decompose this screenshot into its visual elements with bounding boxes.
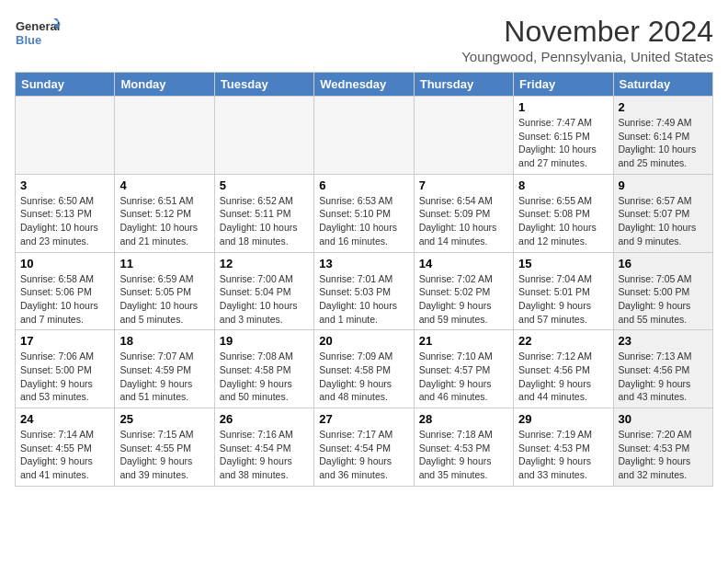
day-cell: 29Sunrise: 7:19 AM Sunset: 4:53 PM Dayli… <box>514 408 613 487</box>
day-cell: 3Sunrise: 6:50 AM Sunset: 5:13 PM Daylig… <box>16 174 115 252</box>
weekday-header: Thursday <box>414 73 513 97</box>
day-number: 16 <box>619 257 708 270</box>
empty-cell <box>214 97 313 175</box>
logo-svg: General Blue <box>15 15 61 55</box>
day-cell: 19Sunrise: 7:08 AM Sunset: 4:58 PM Dayli… <box>214 330 313 408</box>
day-cell: 20Sunrise: 7:09 AM Sunset: 4:58 PM Dayli… <box>314 330 414 408</box>
day-number: 11 <box>119 257 209 270</box>
day-cell: 4Sunrise: 6:51 AM Sunset: 5:12 PM Daylig… <box>115 174 214 252</box>
day-cell: 12Sunrise: 7:00 AM Sunset: 5:04 PM Dayli… <box>214 252 313 330</box>
day-number: 12 <box>220 257 309 270</box>
day-cell: 22Sunrise: 7:12 AM Sunset: 4:56 PM Dayli… <box>514 330 613 408</box>
weekday-header: Wednesday <box>314 73 414 97</box>
day-number: 5 <box>220 178 309 192</box>
day-cell: 5Sunrise: 6:52 AM Sunset: 5:11 PM Daylig… <box>214 174 313 252</box>
day-info: Sunrise: 6:57 AM Sunset: 5:07 PM Dayligh… <box>619 194 708 248</box>
day-number: 24 <box>20 412 109 426</box>
day-info: Sunrise: 7:15 AM Sunset: 4:55 PM Dayligh… <box>119 428 209 482</box>
day-number: 30 <box>619 412 708 426</box>
day-cell: 1Sunrise: 7:47 AM Sunset: 6:15 PM Daylig… <box>514 97 613 175</box>
day-info: Sunrise: 6:58 AM Sunset: 5:06 PM Dayligh… <box>20 272 109 327</box>
day-cell: 27Sunrise: 7:17 AM Sunset: 4:54 PM Dayli… <box>314 408 414 487</box>
day-cell: 24Sunrise: 7:14 AM Sunset: 4:55 PM Dayli… <box>16 408 115 487</box>
day-cell: 8Sunrise: 6:55 AM Sunset: 5:08 PM Daylig… <box>514 174 613 252</box>
day-number: 8 <box>518 178 608 192</box>
day-number: 14 <box>419 257 508 270</box>
day-number: 28 <box>419 412 508 426</box>
day-info: Sunrise: 6:59 AM Sunset: 5:05 PM Dayligh… <box>119 272 209 327</box>
day-info: Sunrise: 7:14 AM Sunset: 4:55 PM Dayligh… <box>20 428 109 482</box>
weekday-header: Monday <box>115 73 214 97</box>
day-cell: 16Sunrise: 7:05 AM Sunset: 5:00 PM Dayli… <box>613 252 712 330</box>
day-info: Sunrise: 6:53 AM Sunset: 5:10 PM Dayligh… <box>319 194 408 248</box>
day-cell: 14Sunrise: 7:02 AM Sunset: 5:02 PM Dayli… <box>414 252 513 330</box>
weekday-header: Saturday <box>613 73 712 97</box>
calendar: SundayMondayTuesdayWednesdayThursdayFrid… <box>15 72 713 487</box>
day-cell: 9Sunrise: 6:57 AM Sunset: 5:07 PM Daylig… <box>613 174 712 252</box>
day-info: Sunrise: 7:09 AM Sunset: 4:58 PM Dayligh… <box>319 350 408 404</box>
day-info: Sunrise: 7:06 AM Sunset: 5:00 PM Dayligh… <box>20 350 109 404</box>
location-subtitle: Youngwood, Pennsylvania, United States <box>461 49 713 64</box>
day-info: Sunrise: 7:04 AM Sunset: 5:01 PM Dayligh… <box>518 272 608 327</box>
day-number: 17 <box>20 334 109 348</box>
day-cell: 17Sunrise: 7:06 AM Sunset: 5:00 PM Dayli… <box>16 330 115 408</box>
empty-cell <box>115 97 214 175</box>
day-info: Sunrise: 7:49 AM Sunset: 6:14 PM Dayligh… <box>619 116 708 170</box>
day-cell: 2Sunrise: 7:49 AM Sunset: 6:14 PM Daylig… <box>613 97 712 175</box>
header: General Blue November 2024 Youngwood, Pe… <box>15 15 713 64</box>
day-number: 26 <box>220 412 309 426</box>
day-number: 20 <box>319 334 408 348</box>
weekday-header: Sunday <box>16 73 115 97</box>
day-number: 3 <box>20 178 109 192</box>
day-info: Sunrise: 7:12 AM Sunset: 4:56 PM Dayligh… <box>518 350 608 404</box>
day-number: 1 <box>518 100 608 114</box>
day-cell: 26Sunrise: 7:16 AM Sunset: 4:54 PM Dayli… <box>214 408 313 487</box>
logo: General Blue <box>15 15 61 55</box>
day-info: Sunrise: 7:20 AM Sunset: 4:53 PM Dayligh… <box>619 428 708 482</box>
day-cell: 21Sunrise: 7:10 AM Sunset: 4:57 PM Dayli… <box>414 330 513 408</box>
day-info: Sunrise: 6:52 AM Sunset: 5:11 PM Dayligh… <box>220 194 309 248</box>
day-info: Sunrise: 7:13 AM Sunset: 4:56 PM Dayligh… <box>619 350 708 404</box>
day-number: 6 <box>319 178 408 192</box>
day-number: 21 <box>419 334 508 348</box>
day-cell: 18Sunrise: 7:07 AM Sunset: 4:59 PM Dayli… <box>115 330 214 408</box>
month-title: November 2024 <box>461 15 713 49</box>
day-number: 2 <box>619 100 708 114</box>
svg-text:Blue: Blue <box>16 33 41 47</box>
day-cell: 7Sunrise: 6:54 AM Sunset: 5:09 PM Daylig… <box>414 174 513 252</box>
empty-cell <box>16 97 115 175</box>
day-info: Sunrise: 6:55 AM Sunset: 5:08 PM Dayligh… <box>518 194 608 248</box>
day-number: 25 <box>119 412 209 426</box>
day-info: Sunrise: 7:17 AM Sunset: 4:54 PM Dayligh… <box>319 428 408 482</box>
day-info: Sunrise: 7:05 AM Sunset: 5:00 PM Dayligh… <box>619 272 708 327</box>
day-number: 15 <box>518 257 608 270</box>
day-info: Sunrise: 6:50 AM Sunset: 5:13 PM Dayligh… <box>20 194 109 248</box>
day-cell: 6Sunrise: 6:53 AM Sunset: 5:10 PM Daylig… <box>314 174 414 252</box>
day-info: Sunrise: 7:07 AM Sunset: 4:59 PM Dayligh… <box>119 350 209 404</box>
day-number: 18 <box>119 334 209 348</box>
day-number: 19 <box>220 334 309 348</box>
weekday-header: Friday <box>514 73 613 97</box>
day-info: Sunrise: 7:16 AM Sunset: 4:54 PM Dayligh… <box>220 428 309 482</box>
title-area: November 2024 Youngwood, Pennsylvania, U… <box>461 15 713 64</box>
day-cell: 13Sunrise: 7:01 AM Sunset: 5:03 PM Dayli… <box>314 252 414 330</box>
empty-cell <box>414 97 513 175</box>
weekday-header: Tuesday <box>214 73 313 97</box>
day-number: 13 <box>319 257 408 270</box>
day-info: Sunrise: 7:10 AM Sunset: 4:57 PM Dayligh… <box>419 350 508 404</box>
day-cell: 15Sunrise: 7:04 AM Sunset: 5:01 PM Dayli… <box>514 252 613 330</box>
day-cell: 23Sunrise: 7:13 AM Sunset: 4:56 PM Dayli… <box>613 330 712 408</box>
day-cell: 10Sunrise: 6:58 AM Sunset: 5:06 PM Dayli… <box>16 252 115 330</box>
empty-cell <box>314 97 414 175</box>
day-number: 23 <box>619 334 708 348</box>
day-number: 4 <box>119 178 209 192</box>
day-info: Sunrise: 7:00 AM Sunset: 5:04 PM Dayligh… <box>220 272 309 327</box>
day-cell: 25Sunrise: 7:15 AM Sunset: 4:55 PM Dayli… <box>115 408 214 487</box>
svg-text:General: General <box>16 19 60 33</box>
day-number: 27 <box>319 412 408 426</box>
day-info: Sunrise: 7:08 AM Sunset: 4:58 PM Dayligh… <box>220 350 309 404</box>
day-cell: 28Sunrise: 7:18 AM Sunset: 4:53 PM Dayli… <box>414 408 513 487</box>
day-number: 9 <box>619 178 708 192</box>
day-number: 29 <box>518 412 608 426</box>
day-info: Sunrise: 6:51 AM Sunset: 5:12 PM Dayligh… <box>119 194 209 248</box>
